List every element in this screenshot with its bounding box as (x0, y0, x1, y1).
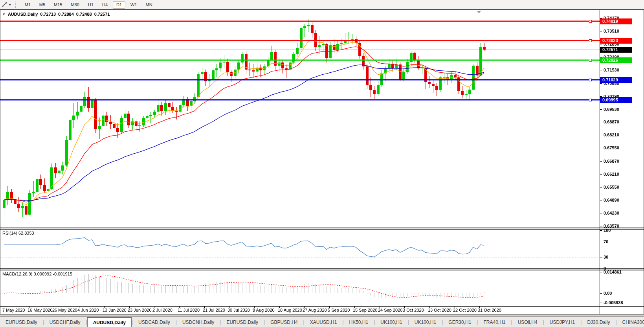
chart-tab-fra40-h1[interactable]: FRA40,H1 (478, 317, 511, 327)
price-tick-label: 0.64890 (604, 198, 619, 203)
timeframe-button-m1[interactable]: M1 (21, 1, 34, 9)
chart-tab-eurusd-daily[interactable]: EURUSD,Daily (0, 317, 43, 327)
price-tick-label: 0.68210 (604, 132, 619, 138)
chart-collapse-icon[interactable]: ▼ (2, 13, 6, 16)
rsi-axis-label: 70 (604, 239, 608, 244)
price-tick-label: 0.67550 (604, 145, 619, 151)
price-tick-label: 0.69530 (604, 107, 619, 112)
chart-tab-usdchf-daily[interactable]: USDCHF,Daily (44, 317, 86, 327)
date-tick-label: 23 Jun 2020 (128, 308, 152, 313)
chart-tab-xauusd-h1[interactable]: XAUUSD,H1 (305, 317, 343, 327)
timeframe-button-h4[interactable]: H4 (99, 1, 111, 9)
date-axis[interactable]: 7 May 202016 May 202026 May 20204 Jun 20… (0, 307, 600, 314)
chart-tab-uk100-h1[interactable]: UK100,H1 (409, 317, 442, 327)
price-tick-label: 0.66210 (604, 172, 619, 177)
date-tick-label: 30 Jul 2020 (228, 308, 250, 313)
toolbar: ▾ M1M5M15M30H1H4D1W1MN (0, 0, 644, 10)
chart-tab-eurusd-daily[interactable]: EURUSD,Daily (221, 317, 264, 327)
price-tick-label: 0.66870 (604, 159, 619, 164)
toolbar-grip[interactable] (15, 2, 17, 8)
current-price-badge: 0.72571 (600, 47, 632, 53)
hline-price-badge: 0.72026 (600, 57, 632, 63)
date-tick-label: 16 May 2020 (28, 308, 53, 313)
hline-price-badge: 0.74019 (600, 18, 632, 24)
chart-tab-dj30-daily[interactable]: DJ30,Daily (582, 317, 615, 327)
price-axis[interactable]: 0.741700.735100.728500.721900.715300.708… (600, 9, 644, 314)
price-tick-label: 0.73510 (604, 29, 619, 34)
date-tick-label: 7 May 2020 (2, 308, 25, 313)
timeframe-button-m15[interactable]: M15 (50, 1, 66, 9)
date-tick-label: 26 May 2020 (52, 308, 77, 313)
chart-tab-gbpusd-h4[interactable]: GBPUSD,H4 (265, 317, 303, 327)
price-tick-label: 0.64230 (604, 211, 619, 216)
date-tick-label: 24 Sep 2020 (378, 308, 402, 313)
macd-axis-label: 0.00 (604, 291, 612, 296)
timeframe-button-group: M1M5M15M30H1H4D1W1MN (20, 1, 157, 9)
chart-tab-china300-h1[interactable]: CHINA300,H1 (617, 317, 644, 327)
date-tick-label: 13 Oct 2020 (428, 308, 451, 313)
toolbar-divider (160, 2, 160, 8)
date-tick-label: 21 Jul 2020 (203, 308, 225, 313)
timeframe-button-m5[interactable]: M5 (36, 1, 49, 9)
date-tick-label: 2 Jul 2020 (152, 308, 172, 313)
hline-price-badge: 0.71029 (600, 77, 632, 83)
chart-canvas[interactable] (0, 9, 644, 314)
macd-axis-label: -0.005938 (604, 300, 623, 305)
date-tick-label: 31 Oct 2020 (478, 308, 501, 313)
date-tick-label: 27 Aug 2020 (303, 308, 327, 313)
macd-axis-label: 0.014861 (604, 270, 622, 275)
timeframe-button-d1[interactable]: D1 (113, 1, 125, 9)
chart-tab-usoil-h4[interactable]: USOil,H4 (512, 317, 543, 327)
date-tick-label: 18 Aug 2020 (278, 308, 302, 313)
timeframe-button-m30[interactable]: M30 (68, 1, 83, 9)
cursor-tool-icon (2, 2, 8, 8)
rsi-axis-label: 30 (604, 255, 608, 260)
date-tick-label: 13 Jun 2020 (103, 308, 127, 313)
cursor-tool-button[interactable]: ▾ (0, 1, 13, 9)
rsi-axis-label: 100 (604, 228, 611, 233)
date-tick-label: 3 Oct 2020 (403, 308, 424, 313)
hline-price-badge: 0.69995 (600, 97, 632, 103)
price-tick-label: 0.71530 (604, 68, 619, 73)
chart-tab-bar: EURUSD,Daily|USDCHF,Daily|AUDUSD,Daily|U… (0, 316, 644, 327)
chart-tab-usdjpy-h1[interactable]: USDJPY,H1 (544, 317, 580, 327)
app-root: ▾ M1M5M15M30H1H4D1W1MN ▼ AUDUSD,Daily 0.… (0, 0, 644, 327)
chart-window: ▼ AUDUSD,Daily 0.72713 0.72884 0.72488 0… (0, 9, 644, 314)
date-tick-label: 11 Jul 2020 (178, 308, 200, 313)
date-tick-label: 5 Sep 2020 (328, 308, 350, 313)
chart-tab-ger30-h1[interactable]: GER30,H1 (443, 317, 477, 327)
timeframe-button-mn[interactable]: MN (142, 1, 156, 9)
chart-tab-usdcnh-daily[interactable]: USDCNH,Daily (177, 317, 220, 327)
price-tick-label: 0.65550 (604, 185, 619, 190)
timeframe-button-w1[interactable]: W1 (127, 1, 141, 9)
price-tick-label: 0.68870 (604, 119, 619, 125)
chart-tab-audusd-daily[interactable]: AUDUSD,Daily (87, 317, 132, 327)
dropdown-caret-icon: ▾ (9, 3, 11, 7)
date-tick-label: 15 Sep 2020 (353, 308, 377, 313)
date-tick-label: 22 Oct 2020 (453, 308, 477, 313)
date-tick-label: 4 Jun 2020 (77, 308, 99, 313)
chart-tab-hk50-h1[interactable]: HK50,H1 (344, 317, 374, 327)
chart-tab-uk100-h1[interactable]: UK100,H1 (375, 317, 407, 327)
timeframe-button-h1[interactable]: H1 (84, 1, 97, 9)
hline-price-badge: 0.73023 (600, 38, 632, 44)
date-tick-label: 8 Aug 2020 (253, 308, 275, 313)
chart-tab-usdcad-daily[interactable]: USDCAD,Daily (133, 317, 176, 327)
